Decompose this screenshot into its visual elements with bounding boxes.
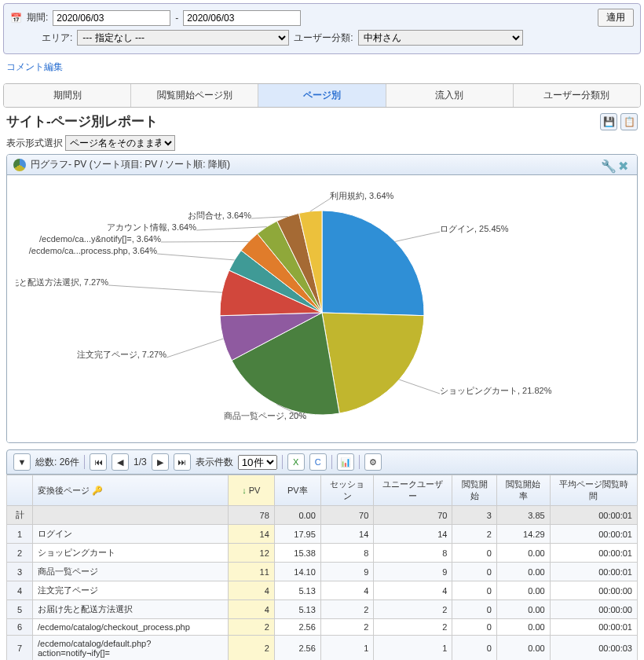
tab-user-class[interactable]: ユーザー分類別 <box>514 84 640 107</box>
table-row[interactable]: 3商品一覧ページ1114.109900.0000:00:01 <box>7 563 638 581</box>
save-icon[interactable]: 💾 <box>600 113 617 130</box>
cell-session: 4 <box>320 581 373 600</box>
cell-startrate: 0.00 <box>496 619 550 636</box>
cell-avg: 00:00:00 <box>550 581 637 600</box>
pie-slice[interactable] <box>322 313 424 413</box>
table-row[interactable]: 4注文完了ページ45.134400.0000:00:00 <box>7 581 638 600</box>
cell-avg: 00:00:03 <box>550 636 637 661</box>
area-label: エリア: <box>42 31 72 45</box>
row-number: 1 <box>7 525 33 544</box>
pie-chart-icon <box>13 159 26 171</box>
apply-button[interactable]: 適用 <box>598 9 634 27</box>
col-avg-time[interactable]: 平均ページ閲覧時間 <box>550 475 637 506</box>
tab-inflow[interactable]: 流入別 <box>386 84 514 107</box>
cell-pvrate: 5.13 <box>274 600 320 619</box>
cell-avg: 00:00:01 <box>550 544 637 563</box>
table-row[interactable]: 5お届け先と配送方法選択45.132200.0000:00:00 <box>7 600 638 619</box>
cell-pvrate: 14.10 <box>274 563 320 581</box>
tabbar: 期間別 閲覧開始ページ別 ページ別 流入別 ユーザー分類別 <box>3 83 641 108</box>
tab-page[interactable]: ページ別 <box>258 84 386 107</box>
table-header-row: 変換後ページ 🔑 ↓ PV PV率 セッション ユニークユーザー 閲覧開始 閲覧… <box>7 475 638 506</box>
dropdown-button[interactable]: ▼ <box>13 453 31 471</box>
cell-start: 0 <box>452 544 497 563</box>
cell-pv: 11 <box>228 563 274 581</box>
date-separator: - <box>175 13 178 24</box>
cell-start: 0 <box>452 563 497 581</box>
calendar-icon[interactable]: 📅 <box>10 13 22 24</box>
excel-export-icon[interactable]: X <box>287 453 305 471</box>
row-number: 2 <box>7 544 33 563</box>
col-session[interactable]: セッション <box>320 475 373 506</box>
cell-page-name: /ecdemo/catalog/default.php?action=notif… <box>33 636 229 661</box>
pie-label: ショッピングカート, 21.82% <box>440 386 552 395</box>
svg-line-5 <box>157 254 235 260</box>
key-icon: 🔑 <box>92 486 103 495</box>
cell-session: 9 <box>320 563 373 581</box>
col-start-rate[interactable]: 閲覧開始率 <box>496 475 550 506</box>
cell-page-name: ログイン <box>33 525 229 544</box>
cell-startrate: 0.00 <box>496 563 550 581</box>
settings-icon[interactable]: 🔧 <box>601 159 613 171</box>
col-pvrate[interactable]: PV率 <box>274 475 320 506</box>
table-row[interactable]: 6/ecdemo/catalog/checkout_process.php22.… <box>7 619 638 636</box>
col-pv[interactable]: ↓ PV <box>228 475 274 506</box>
first-page-button[interactable]: ⏮ <box>90 453 107 471</box>
cell-pvrate: 2.56 <box>274 636 320 661</box>
prev-page-button[interactable]: ◀ <box>112 453 129 471</box>
user-class-label: ユーザー分類: <box>294 31 353 45</box>
settings-table-icon[interactable]: ⚙ <box>364 453 382 471</box>
cell-session: 1 <box>320 636 373 661</box>
table-row[interactable]: 7/ecdemo/catalog/default.php?action=noti… <box>7 636 638 661</box>
pie-label: アカウント情報, 3.64% <box>107 222 197 232</box>
col-rownum[interactable] <box>7 475 33 506</box>
svg-line-3 <box>166 339 223 358</box>
pie-label: 注文完了ページ, 7.27% <box>77 350 167 359</box>
total-count: 総数: 26件 <box>35 456 79 469</box>
close-icon[interactable]: ✖ <box>618 159 631 171</box>
next-page-button[interactable]: ▶ <box>152 453 169 471</box>
col-start[interactable]: 閲覧開始 <box>452 475 497 506</box>
col-page-name[interactable]: 変換後ページ 🔑 <box>33 475 229 506</box>
last-page-button[interactable]: ⏭ <box>174 453 191 471</box>
cell-uu: 1 <box>374 636 452 661</box>
pie-slice[interactable] <box>322 211 424 316</box>
pie-label: お届け先と配送方法選択, 7.27% <box>16 277 108 288</box>
cell-pv: 2 <box>228 636 274 661</box>
page-info: 1/3 <box>134 456 147 468</box>
cell-pv: 4 <box>228 600 274 619</box>
display-count-label: 表示件数 <box>196 456 233 469</box>
bar-chart-icon[interactable]: 📊 <box>337 453 354 471</box>
table-row[interactable]: 1ログイン1417.951414214.2900:00:01 <box>7 525 638 544</box>
table-row[interactable]: 2ショッピングカート1215.388800.0000:00:01 <box>7 544 638 563</box>
panel-title: 円グラフ- PV (ソート項目: PV / ソート順: 降順) <box>31 158 230 171</box>
user-class-select[interactable]: 中村さん <box>358 30 523 46</box>
area-select[interactable]: --- 指定なし --- <box>77 30 289 46</box>
pie-chart: ログイン, 25.45%ショッピングカート, 21.82%商品一覧ページ, 20… <box>7 175 637 442</box>
date-from-input[interactable] <box>53 10 170 26</box>
comment-edit-link[interactable]: コメント編集 <box>6 60 63 74</box>
cell-startrate: 0.00 <box>496 636 550 661</box>
cell-page-name: ショッピングカート <box>33 544 229 563</box>
tab-start-page[interactable]: 閲覧開始ページ別 <box>131 84 258 107</box>
cell-startrate: 14.29 <box>496 525 550 544</box>
tab-period[interactable]: 期間別 <box>4 84 131 107</box>
copy-icon[interactable]: C <box>309 453 327 471</box>
cell-start: 0 <box>452 581 497 600</box>
svg-line-7 <box>196 227 267 230</box>
cell-avg: 00:00:01 <box>550 525 637 544</box>
cell-page-name: 注文完了ページ <box>33 581 229 600</box>
row-number: 7 <box>7 636 33 661</box>
table-toolbar: ▼ 総数: 26件 ⏮ ◀ 1/3 ▶ ⏭ 表示件数 10件 X C 📊 ⚙ <box>6 449 638 475</box>
cell-session: 2 <box>320 600 373 619</box>
cell-pvrate: 15.38 <box>274 544 320 563</box>
export-icon[interactable]: 📋 <box>620 113 638 130</box>
date-to-input[interactable] <box>183 10 301 26</box>
display-count-select[interactable]: 10件 <box>238 455 277 470</box>
col-unique-user[interactable]: ユニークユーザー <box>374 475 452 506</box>
row-number: 3 <box>7 563 33 581</box>
display-format-select[interactable]: ページ名をそのまま表示 <box>65 135 175 151</box>
display-format-label: 表示形式選択 <box>6 138 63 148</box>
chart-panel: 円グラフ- PV (ソート項目: PV / ソート順: 降順) 🔧 ✖ ログイン… <box>6 154 638 443</box>
cell-avg: 00:00:01 <box>550 563 637 581</box>
cell-uu: 2 <box>374 600 452 619</box>
